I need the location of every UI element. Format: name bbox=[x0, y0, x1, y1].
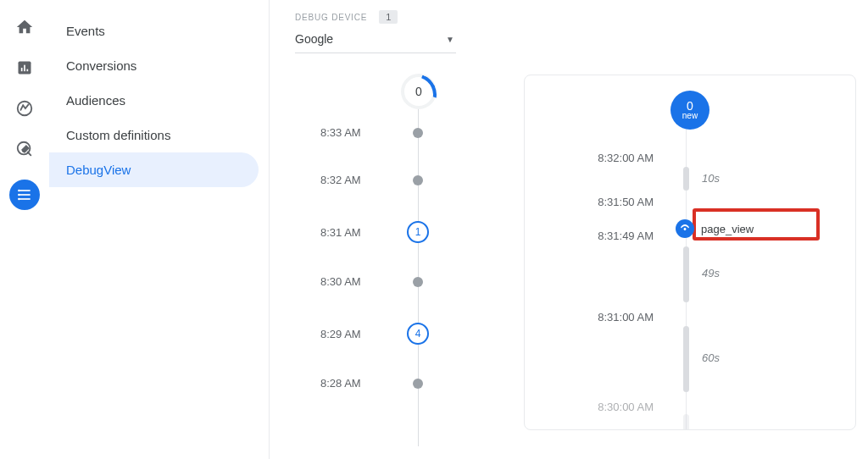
timeline-time: 8:31 AM bbox=[320, 226, 397, 239]
main-content: DEBUG DEVICE 1 Google ▼ 0 8:33 AM 8:32 A… bbox=[270, 0, 868, 459]
svg-rect-3 bbox=[27, 69, 29, 72]
timeline-time: 8:33 AM bbox=[320, 126, 397, 139]
detail-time: 8:31:49 AM bbox=[545, 230, 665, 242]
timeline-time: 8:32 AM bbox=[320, 174, 397, 186]
seconds-panel: 0 new 8:32:00 AM 10s 8:31:50 AM 8:31:49 … bbox=[524, 75, 856, 430]
timeline-time: 8:28 AM bbox=[320, 377, 397, 390]
icon-rail bbox=[0, 0, 49, 459]
device-select-value: Google bbox=[295, 32, 333, 46]
timeline-dot[interactable] bbox=[413, 175, 423, 185]
svg-point-11 bbox=[18, 198, 20, 201]
explore-icon[interactable] bbox=[14, 98, 35, 119]
gap-segment bbox=[683, 414, 689, 430]
timeline-dot[interactable] bbox=[413, 379, 423, 389]
device-select[interactable]: Google ▼ bbox=[295, 29, 456, 53]
sidebar-item-custom-definitions[interactable]: Custom definitions bbox=[49, 118, 259, 152]
svg-rect-2 bbox=[24, 65, 25, 72]
timeline-dot-count[interactable]: 1 bbox=[407, 221, 429, 243]
sidebar-item-conversions[interactable]: Conversions bbox=[49, 48, 259, 83]
duration-label: 49s bbox=[702, 267, 720, 279]
timeline-time: 8:30 AM bbox=[320, 275, 397, 288]
timeline-time: 8:29 AM bbox=[320, 328, 397, 340]
debug-device-count: 1 bbox=[379, 10, 398, 24]
home-icon[interactable] bbox=[14, 17, 35, 37]
sidebar-item-events[interactable]: Events bbox=[49, 14, 259, 48]
detail-time: 8:31:50 AM bbox=[545, 196, 665, 208]
new-events-badge: 0 new bbox=[670, 91, 709, 130]
timeline-dot[interactable] bbox=[413, 128, 423, 138]
detail-time: 8:30:00 AM bbox=[545, 401, 665, 413]
minute-timeline: 0 8:33 AM 8:32 AM 8:31 AM1 8:30 AM 8:29 … bbox=[320, 74, 473, 429]
configure-icon[interactable] bbox=[9, 180, 40, 210]
live-counter: 0 bbox=[401, 74, 437, 109]
detail-time: 8:31:00 AM bbox=[545, 311, 665, 324]
svg-rect-8 bbox=[19, 198, 30, 200]
svg-rect-6 bbox=[19, 190, 30, 191]
sidebar-item-debugview[interactable]: DebugView bbox=[49, 152, 259, 187]
svg-rect-7 bbox=[19, 194, 30, 196]
duration-label: 10s bbox=[702, 172, 720, 185]
event-icon bbox=[676, 219, 694, 238]
gap-segment bbox=[683, 246, 689, 302]
reports-icon[interactable] bbox=[14, 58, 35, 78]
duration-label: 60s bbox=[702, 351, 720, 364]
svg-point-10 bbox=[18, 194, 20, 196]
timeline-dot[interactable] bbox=[413, 277, 423, 287]
sidebar-nav: Events Conversions Audiences Custom defi… bbox=[49, 0, 270, 459]
svg-point-9 bbox=[18, 190, 20, 192]
svg-rect-1 bbox=[21, 68, 23, 71]
gap-segment bbox=[683, 326, 689, 392]
debug-device-label: DEBUG DEVICE bbox=[295, 13, 367, 22]
timeline-dot-count[interactable]: 4 bbox=[407, 323, 429, 345]
detail-time: 8:32:00 AM bbox=[545, 152, 665, 164]
sidebar-item-audiences[interactable]: Audiences bbox=[49, 83, 259, 118]
event-page-view[interactable]: page_view bbox=[672, 216, 777, 241]
event-name: page_view bbox=[701, 223, 754, 235]
advertising-icon[interactable] bbox=[14, 139, 35, 159]
gap-segment bbox=[683, 167, 689, 191]
caret-down-icon: ▼ bbox=[446, 35, 454, 44]
